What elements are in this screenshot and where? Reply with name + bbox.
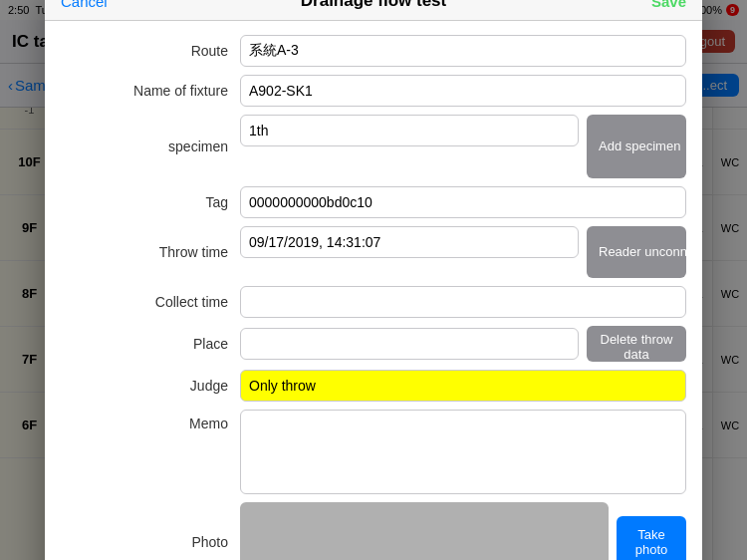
judge-label: Judge: [61, 371, 240, 401]
place-field-wrap: Delete throw data: [240, 322, 686, 366]
fixture-input[interactable]: [240, 75, 686, 107]
tag-input[interactable]: [240, 186, 686, 218]
collect-time-label: Collect time: [61, 287, 240, 317]
route-input[interactable]: [240, 35, 686, 67]
throw-time-field-wrap: Reader unconnected: [240, 222, 686, 282]
fixture-field-wrap: [240, 71, 686, 111]
throw-time-input[interactable]: [240, 226, 579, 258]
memo-field-wrap: [240, 406, 686, 498]
save-button[interactable]: Save: [651, 0, 686, 10]
collect-time-input[interactable]: [240, 286, 686, 318]
specimen-label: specimen: [61, 132, 240, 161]
modal-body: Route Name of fixture specimen Add speci…: [45, 21, 702, 561]
throw-time-label: Throw time: [61, 237, 240, 267]
fixture-label: Name of fixture: [61, 76, 240, 106]
modal-title: Drainage flow test: [301, 0, 446, 11]
place-input[interactable]: [240, 328, 579, 360]
modal-overlay: Cancel Drainage flow test Save Route Nam…: [0, 0, 747, 560]
specimen-field-wrap: Add specimen: [240, 111, 686, 182]
memo-input[interactable]: [240, 410, 686, 494]
photo-preview: [240, 502, 609, 561]
photo-label: Photo: [61, 527, 240, 557]
photo-field-wrap: Take photo: [240, 498, 686, 561]
route-label: Route: [61, 36, 240, 66]
judge-field-wrap: [240, 366, 686, 406]
add-specimen-button[interactable]: Add specimen: [587, 115, 686, 178]
tag-field-wrap: [240, 182, 686, 222]
take-photo-button[interactable]: Take photo: [617, 516, 686, 561]
collect-time-field-wrap: [240, 282, 686, 322]
place-label: Place: [61, 329, 240, 359]
cancel-button[interactable]: Cancel: [61, 0, 108, 10]
tag-label: Tag: [61, 187, 240, 217]
judge-input[interactable]: [240, 370, 686, 402]
modal-header: Cancel Drainage flow test Save: [45, 0, 702, 21]
modal-dialog: Cancel Drainage flow test Save Route Nam…: [45, 0, 702, 560]
reader-unconnected-button[interactable]: Reader unconnected: [587, 226, 686, 278]
delete-throw-data-button[interactable]: Delete throw data: [587, 326, 686, 362]
memo-label: Memo: [61, 406, 240, 438]
specimen-input[interactable]: [240, 115, 579, 146]
route-field-wrap: [240, 31, 686, 71]
